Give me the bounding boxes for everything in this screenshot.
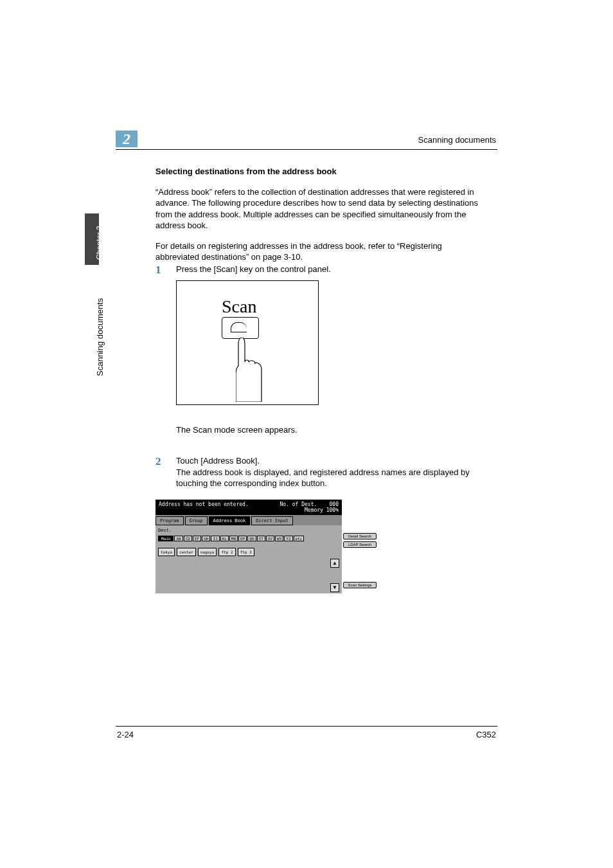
addr-nagoya[interactable]: nagoya — [198, 548, 217, 556]
index-yz[interactable]: YZ — [284, 536, 292, 541]
index-uv[interactable]: UV — [266, 536, 274, 541]
lcd-header: Address has not been entered. No. of Des… — [155, 500, 342, 515]
index-op[interactable]: OP — [238, 536, 247, 541]
detail-search-button[interactable]: Detail Search — [343, 533, 377, 539]
section-heading: Selecting destinations from the address … — [155, 166, 483, 177]
index-qr[interactable]: QR — [247, 536, 256, 541]
lcd-body: Dest. Main AB CD EF GH IJ KL MN OP QR ST… — [155, 525, 342, 593]
index-ef[interactable]: EF — [193, 536, 201, 541]
tab-program[interactable]: Program — [155, 516, 184, 525]
header-rule — [116, 149, 497, 150]
section-para-1: “Address book” refers to the collection … — [155, 186, 483, 231]
step-2-line-1: Touch [Address Book]. — [176, 455, 483, 467]
scroll-down-button[interactable]: ▼ — [330, 583, 339, 592]
index-ij[interactable]: IJ — [211, 536, 219, 541]
running-header: Scanning documents — [418, 135, 496, 145]
lcd-dest-label: Dest. — [158, 528, 339, 533]
step-1-after-spacer — [155, 424, 176, 436]
scan-settings-button[interactable]: Scan Settings — [343, 582, 377, 588]
scan-key-figure: Scan — [176, 280, 319, 405]
footer-model: C352 — [476, 730, 496, 739]
index-mn[interactable]: MN — [229, 536, 238, 541]
step-1-number: 1 — [155, 264, 176, 276]
chapter-badge: 2 — [116, 131, 138, 147]
side-section-label: Scanning documents — [95, 298, 105, 376]
section-para-2: For details on registering addresses in … — [155, 240, 483, 263]
index-ab[interactable]: AB — [174, 536, 182, 541]
index-main[interactable]: Main — [158, 536, 173, 541]
side-chapter-tab: Chapter 2 — [85, 213, 99, 265]
step-1: 1 Press the [Scan] key on the control pa… — [155, 264, 483, 440]
tab-group[interactable]: Group — [185, 516, 208, 525]
addr-tokyo[interactable]: tokyo — [158, 548, 175, 556]
step-1-text: Press the [Scan] key on the control pane… — [176, 264, 483, 276]
lcd-dest-count: 000 — [330, 502, 339, 507]
lcd-index-row: Main AB CD EF GH IJ KL MN OP QR ST UV WX… — [158, 536, 339, 541]
lcd-status: Address has not been entered. — [159, 502, 249, 513]
addr-ftp3[interactable]: ftp 3 — [238, 548, 254, 556]
footer-rule — [116, 726, 497, 727]
index-gh[interactable]: GH — [202, 536, 210, 541]
scan-key-icon — [222, 317, 259, 339]
index-kl[interactable]: KL — [220, 536, 229, 541]
scan-key-label: Scan — [222, 296, 256, 317]
step-1-result: The Scan mode screen appears. — [176, 424, 483, 436]
tab-address-book[interactable]: Address Book — [209, 516, 251, 525]
index-cd[interactable]: CD — [184, 536, 192, 541]
main-content: Selecting destinations from the address … — [155, 166, 483, 272]
index-st[interactable]: ST — [257, 536, 265, 541]
lcd-tabs: Program Group Address Book Direct Input — [155, 515, 342, 525]
pointing-hand-icon — [236, 338, 274, 402]
step-2: 2 Touch [Address Book]. The address book… — [155, 455, 483, 593]
step-2-line-2: The address book is displayed, and regis… — [176, 467, 483, 489]
lcd-dest-count-label: No. of Dest. — [280, 502, 317, 507]
lcd-screenshot: Address has not been entered. No. of Des… — [155, 500, 342, 593]
ldap-search-button[interactable]: LDAP Search — [343, 541, 377, 548]
lcd-address-row: tokyo center nagoya ftp 2 ftp 3 — [158, 548, 339, 556]
lcd-memory: Memory 100% — [305, 507, 339, 513]
footer-page-number: 2-24 — [117, 730, 134, 739]
addr-ftp2[interactable]: ftp 2 — [218, 548, 235, 556]
scroll-up-button[interactable]: ▲ — [330, 559, 339, 568]
tab-direct-input[interactable]: Direct Input — [251, 516, 293, 525]
index-wx[interactable]: WX — [275, 536, 283, 541]
side-chapter-label: Chapter 2 — [95, 226, 104, 260]
addr-center[interactable]: center — [177, 548, 196, 556]
step-2-number: 2 — [155, 455, 176, 489]
index-etc[interactable]: etc — [294, 536, 305, 541]
